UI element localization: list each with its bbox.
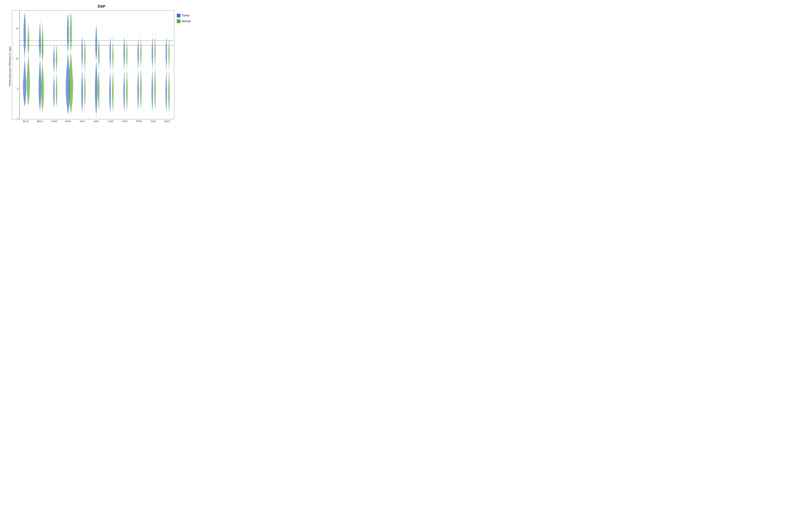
svg-point-76 [54,59,55,59]
svg-point-92 [68,98,68,99]
svg-point-283 [166,79,167,80]
svg-point-23 [24,104,25,104]
svg-point-282 [166,85,167,86]
svg-point-57 [43,85,43,86]
svg-point-56 [42,91,43,91]
x-axis-label: PRAD [132,120,146,122]
svg-point-238 [138,50,139,50]
svg-point-123 [71,105,71,105]
svg-point-182 [110,86,111,87]
svg-point-146 [85,59,86,59]
svg-point-228 [126,105,127,105]
svg-text:10: 10 [16,57,18,60]
svg-point-133 [82,57,83,58]
svg-point-77 [54,53,54,54]
svg-point-291 [166,102,167,103]
svg-point-240 [138,101,139,102]
violin-brca-tumor [39,20,41,112]
svg-point-145 [84,64,85,65]
svg-point-101 [67,42,68,43]
svg-point-194 [112,91,113,91]
legend-label: Tumor [182,14,190,17]
svg-point-150 [84,103,85,104]
svg-point-227 [127,101,128,102]
svg-point-39 [39,91,40,91]
svg-point-20 [24,25,24,26]
svg-point-128 [82,85,83,86]
svg-point-221 [127,73,128,73]
svg-point-155 [96,82,96,83]
svg-point-205 [124,91,124,91]
svg-point-298 [169,75,170,75]
svg-point-50 [39,25,40,26]
violin-kich-tumor [81,32,83,113]
violin-ucec-tumor [165,32,167,113]
svg-point-16 [24,57,25,58]
svg-point-99 [67,55,68,56]
svg-point-174 [99,62,100,62]
x-axis-label: UCEC [160,120,174,122]
svg-point-60 [42,68,43,69]
svg-point-195 [113,85,114,86]
svg-point-299 [168,69,169,70]
svg-point-138 [82,106,82,106]
svg-point-17 [24,51,25,52]
svg-point-118 [70,41,71,42]
svg-point-111 [71,86,72,87]
svg-point-121 [71,21,71,22]
svg-point-25 [28,85,28,86]
svg-point-26 [29,79,29,80]
svg-point-267 [155,95,156,95]
svg-point-28 [28,68,29,69]
svg-point-46 [40,51,41,52]
svg-point-52 [40,104,40,104]
violin-brca-normal [41,24,44,113]
svg-point-151 [85,112,85,113]
svg-point-71 [53,87,54,88]
svg-point-183 [110,80,110,81]
svg-point-186 [110,64,111,64]
svg-point-105 [68,17,68,17]
svg-point-65 [43,39,43,40]
svg-point-301 [169,58,169,58]
svg-point-48 [40,39,41,40]
legend: TumorNormal [174,10,195,122]
svg-point-233 [138,77,139,78]
svg-point-185 [110,69,110,70]
svg-point-136 [82,39,83,40]
svg-point-287 [166,57,167,58]
svg-point-244 [141,82,142,83]
svg-point-262 [152,50,153,51]
svg-point-127 [82,91,82,91]
svg-point-19 [24,40,25,41]
x-axis-labels: BLCABRCACOADHNSCKICHKIRCLUADLUSCPRADTHCA… [12,120,174,122]
svg-point-82 [56,87,57,88]
svg-point-271 [155,72,156,73]
svg-point-215 [124,102,125,103]
svg-point-258 [152,73,153,73]
svg-point-55 [42,96,43,97]
svg-point-75 [53,64,54,65]
svg-point-179 [98,106,99,106]
svg-point-166 [96,116,97,117]
svg-point-143 [85,76,85,76]
svg-point-144 [85,70,86,71]
svg-point-245 [141,76,141,77]
svg-point-168 [99,95,99,95]
svg-point-214 [124,39,125,40]
x-axis-label: KIRC [90,120,104,122]
svg-point-12 [25,79,26,80]
legend-label: Normal [182,20,191,23]
svg-point-134 [82,51,83,52]
svg-point-59 [42,74,43,74]
svg-point-108 [68,102,68,102]
svg-point-157 [96,70,96,71]
svg-point-252 [141,100,141,101]
violin-luad-tumor [109,33,111,114]
svg-point-169 [98,89,99,90]
svg-point-248 [141,60,142,60]
svg-point-192 [110,108,110,108]
svg-point-32 [28,46,29,46]
svg-point-256 [153,84,153,85]
svg-point-132 [82,62,83,63]
